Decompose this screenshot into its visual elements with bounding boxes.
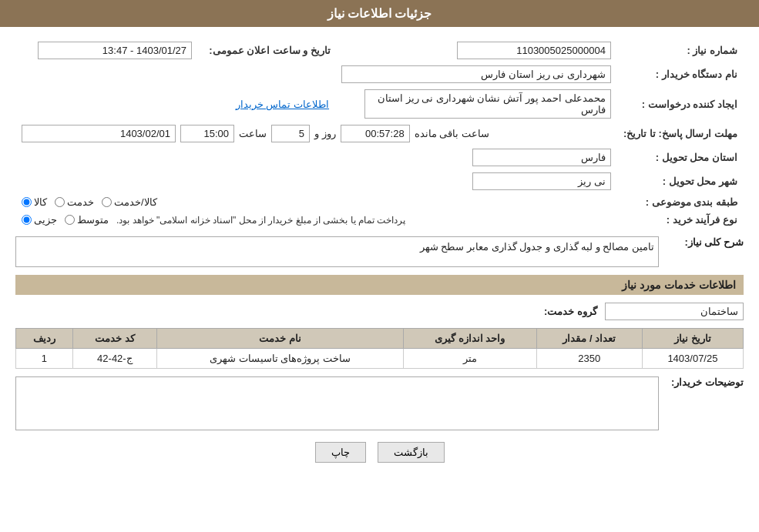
subject-radio-kala-khedmat[interactable] [102,197,112,207]
cell-quantity: 2350 [536,349,642,369]
announce-date-label: تاریخ و ساعت اعلان عمومی: [198,38,337,62]
page-header: جزئیات اطلاعات نیاز [0,0,759,27]
remaining-label: ساعت باقی مانده [415,128,489,139]
process-radio-jozii[interactable] [22,215,32,225]
subject-option-khedmat: خدمت [55,196,94,208]
col-unit: واحد اندازه گیری [403,329,536,349]
need-description-label: شرح کلی نیاز: [667,236,744,248]
process-label: نوع فرآیند خرید : [617,211,744,229]
requester-field: محمدعلی احمد پور آتش نشان شهرداری نی ریز… [364,89,611,119]
buyer-org-label: نام دستگاه خریدار : [617,62,744,86]
process-value-cell: پرداخت تمام یا بخشی از مبلغ خریدار از مح… [15,211,617,229]
need-number-label: شماره نیاز : [617,38,744,62]
requester-value-cell: محمدعلی احمد پور آتش نشان شهرداری نی ریز… [337,86,617,122]
delivery-province-label: استان محل تحویل : [617,146,744,169]
subject-kala-label: کالا [34,196,47,208]
send-date-row: ساعت باقی مانده 00:57:28 روز و 5 ساعت 15… [15,122,617,146]
process-row: پرداخت تمام یا بخشی از مبلغ خریدار از مح… [22,214,611,226]
back-button[interactable]: بازگشت [378,442,445,463]
col-quantity: تعداد / مقدار [536,329,642,349]
basic-info-table: شماره نیاز : 1103005025000004 تاریخ و سا… [15,38,744,229]
subject-value-cell: کالا/خدمت خدمت کالا [15,193,617,211]
col-service-name: نام خدمت [157,329,403,349]
group-service-field: ساختمان [605,303,744,320]
col-service-code: کد خدمت [72,329,157,349]
delivery-city-field: نی ریز [472,172,611,190]
cell-service-code: ج-42-42 [72,349,157,369]
need-number-field: 1103005025000004 [457,42,611,59]
services-section-header: اطلاعات خدمات مورد نیاز [15,275,744,295]
subject-option-kala-khedmat: کالا/خدمت [102,196,157,208]
process-note: پرداخت تمام یا بخشی از مبلغ خریدار از مح… [116,215,405,226]
buyer-notes-field[interactable] [15,376,659,430]
requester-label: ایجاد کننده درخواست : [617,86,744,122]
deadline-date-field: 1403/02/01 [22,125,176,142]
cell-row-num: 1 [16,349,73,369]
delivery-province-value-cell: فارس [15,146,617,169]
subject-khedmat-label: خدمت [67,196,94,208]
page-wrapper: جزئیات اطلاعات نیاز شماره نیاز : 1103005… [0,0,759,532]
deadline-time-field: 15:00 [180,125,234,142]
need-description-field: تامین مصالح و لبه گذاری و جدول گذاری معا… [15,236,659,267]
col-row-num: ردیف [16,329,73,349]
delivery-province-field: فارس [472,149,611,166]
delivery-city-value-cell: نی ریز [15,169,617,193]
delivery-city-label: شهر محل تحویل : [617,169,744,193]
button-bar: بازگشت چاپ [15,434,744,470]
process-option-jozii: جزیی [22,214,57,226]
cell-need-date: 1403/07/25 [642,349,743,369]
cell-unit: متر [403,349,536,369]
page-title: جزئیات اطلاعات نیاز [327,7,432,20]
deadline-row: ساعت باقی مانده 00:57:28 روز و 5 ساعت 15… [22,125,611,142]
process-jozii-label: جزیی [34,214,57,226]
cell-service-name: ساخت پروژه‌های تاسیسات شهری [157,349,403,369]
group-service-label: گروه خدمت: [544,306,597,317]
subject-kala-khedmat-label: کالا/خدمت [114,196,157,208]
table-row: 1403/07/25 2350 متر ساخت پروژه‌های تاسیس… [16,349,744,369]
days-label: روز و [314,128,336,139]
subject-radio-group: کالا/خدمت خدمت کالا [22,196,611,208]
buyer-notes-row: توضیحات خریدار: [15,376,744,430]
buyer-org-field: شهرداری نی ریز استان فارس [341,65,611,83]
need-number-value-cell: 1103005025000004 [375,38,617,62]
buyer-notes-label: توضیحات خریدار: [667,376,744,388]
process-radio-group: متوسط جزیی [22,214,109,226]
send-date-label: مهلت ارسال پاسخ: تا تاریخ: [617,122,744,146]
announce-date-value-cell: 1403/01/27 - 13:47 [15,38,198,62]
remaining-time-field: 00:57:28 [341,125,410,142]
print-button[interactable]: چاپ [315,442,366,463]
subject-option-kala: کالا [22,196,47,208]
group-service-row: ساختمان گروه خدمت: [15,303,744,320]
contact-link[interactable]: اطلاعات تماس خریدار [236,99,329,110]
announce-date-field: 1403/01/27 - 13:47 [38,42,192,59]
subject-radio-khedmat[interactable] [55,197,65,207]
main-content: شماره نیاز : 1103005025000004 تاریخ و سا… [0,27,759,482]
time-label: ساعت [239,128,267,139]
col-need-date: تاریخ نیاز [642,329,743,349]
process-option-motavaset: متوسط [65,214,109,226]
process-radio-motavaset[interactable] [65,215,75,225]
process-motavaset-label: متوسط [77,214,109,226]
need-description-row: شرح کلی نیاز: تامین مصالح و لبه گذاری و … [15,236,744,267]
subject-radio-kala[interactable] [22,197,32,207]
subject-label: طبقه بندی موضوعی : [617,193,744,211]
days-field: 5 [271,125,310,142]
buyer-org-value-cell: شهرداری نی ریز استان فارس [15,62,617,86]
services-table: تاریخ نیاز تعداد / مقدار واحد اندازه گیر… [15,328,744,369]
